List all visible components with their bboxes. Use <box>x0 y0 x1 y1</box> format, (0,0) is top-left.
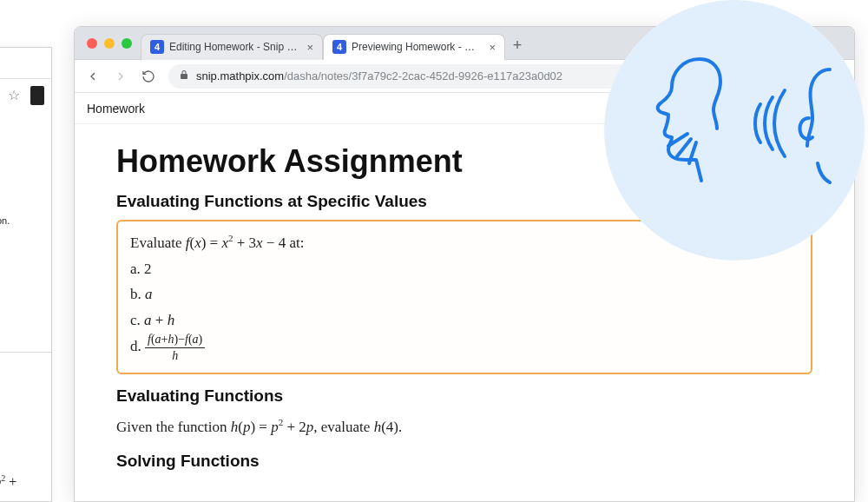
choice-d: d. f(a+h)−f(a) h <box>130 334 799 362</box>
bg-peek-math: ) = p2 + <box>0 473 16 490</box>
section-heading-3: Solving Functions <box>116 452 812 471</box>
background-window: ☆ ction. ) = p2 + <box>0 47 52 502</box>
fraction: f(a+h)−f(a) h <box>145 334 205 362</box>
choice-value: 2 <box>144 261 152 277</box>
lock-icon <box>179 69 189 83</box>
choice-label: c. <box>130 312 141 328</box>
choice-b: b. a <box>130 281 799 307</box>
bg-partial-text: ction. <box>0 215 10 226</box>
prompt-suffix: at: <box>286 234 304 251</box>
tab-label: Editing Homework - Snip Notes <box>169 41 298 53</box>
section-heading-2: Evaluating Functions <box>116 386 812 406</box>
voice-speaking-icon <box>604 0 865 261</box>
choice-a: a. 2 <box>130 256 799 282</box>
bg-divider <box>0 352 51 353</box>
reload-button[interactable] <box>141 69 156 84</box>
favicon-icon: 4 <box>332 40 346 54</box>
choice-label: d. <box>130 338 141 354</box>
choice-label: a. <box>130 261 141 277</box>
forward-button[interactable] <box>113 69 128 84</box>
url-domain: snip.mathpix.com <box>196 69 284 83</box>
bg-toolbar <box>0 48 51 79</box>
star-icon: ☆ <box>8 87 20 103</box>
choice-value: a <box>145 286 153 302</box>
tab-previewing-homework[interactable]: 4 Previewing Homework - Snip Notes × <box>323 34 505 60</box>
url-path: /dasha/notes/3f7a79c2-2cac-452d-9926-e11… <box>284 69 562 83</box>
close-tab-icon[interactable]: × <box>485 41 496 54</box>
choice-c: c. a + h <box>130 307 799 334</box>
choice-label: b. <box>130 286 141 302</box>
new-tab-button[interactable]: + <box>505 31 529 55</box>
prompt-prefix: Evaluate <box>130 234 186 251</box>
svg-line-1 <box>677 139 691 156</box>
close-tab-icon[interactable]: × <box>303 41 313 54</box>
p2-middle: , evaluate <box>313 418 373 434</box>
problem2-prompt: Given the function h(p) = p2 + 2p, evalu… <box>116 414 812 440</box>
minimize-window-button[interactable] <box>104 38 115 49</box>
tab-label: Previewing Homework - Snip Notes <box>352 41 480 53</box>
p2-suffix: . <box>398 418 402 434</box>
bg-dark-chip <box>30 86 44 105</box>
tab-editing-homework[interactable]: 4 Editing Homework - Snip Notes × <box>141 34 323 60</box>
close-window-button[interactable] <box>87 38 97 49</box>
breadcrumb-label: Homework <box>87 102 145 116</box>
window-controls <box>82 38 141 49</box>
back-button[interactable] <box>85 69 101 84</box>
favicon-icon: 4 <box>150 40 164 54</box>
p2-prefix: Given the function <box>116 418 231 434</box>
maximize-window-button[interactable] <box>122 38 132 49</box>
